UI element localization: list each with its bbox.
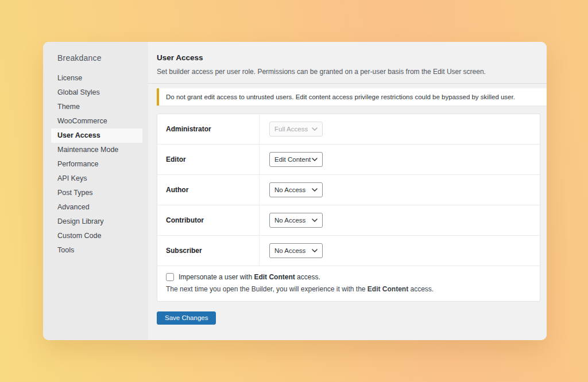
- role-label-author: Author: [157, 175, 260, 205]
- impersonate-label: Impersonate a user with Edit Content acc…: [179, 273, 320, 281]
- sidebar-item-api-keys[interactable]: API Keys: [51, 171, 142, 186]
- settings-card: Breakdance License Global Styles Theme W…: [43, 42, 547, 340]
- role-control: Edit Content: [260, 145, 323, 174]
- impersonate-hint-bold: Edit Content: [368, 285, 408, 293]
- contributor-access-select[interactable]: No Access: [269, 213, 323, 228]
- sidebar-item-woocommerce[interactable]: WooCommerce: [51, 114, 142, 128]
- author-access-select[interactable]: No Access: [269, 182, 323, 197]
- sidebar-item-global-styles[interactable]: Global Styles: [51, 85, 142, 100]
- chevron-down-icon: [312, 158, 318, 161]
- page-description: Set builder access per user role. Permis…: [157, 68, 538, 76]
- role-control: Full Access: [260, 114, 323, 144]
- sidebar-item-custom-code[interactable]: Custom Code: [51, 229, 142, 243]
- chevron-down-icon: [312, 219, 318, 222]
- chevron-down-icon: [312, 127, 318, 131]
- role-label-editor: Editor: [157, 145, 260, 174]
- impersonate-label-row: Impersonate a user with Edit Content acc…: [166, 273, 531, 281]
- role-label-administrator: Administrator: [157, 114, 260, 144]
- role-label-contributor: Contributor: [157, 205, 260, 235]
- select-value: No Access: [274, 247, 305, 254]
- select-value: Full Access: [274, 126, 308, 132]
- impersonate-label-suffix: access.: [295, 273, 320, 281]
- sidebar-item-theme[interactable]: Theme: [51, 100, 142, 114]
- save-button[interactable]: Save Changes: [157, 311, 216, 325]
- table-row: Subscriber No Access: [157, 236, 540, 266]
- chevron-down-icon: [312, 188, 318, 192]
- administrator-access-select: Full Access: [269, 122, 323, 137]
- sidebar-item-license[interactable]: License: [51, 71, 142, 85]
- editor-access-select[interactable]: Edit Content: [269, 152, 323, 167]
- sidebar-item-tools[interactable]: Tools: [51, 243, 142, 258]
- table-row: Author No Access: [157, 175, 540, 205]
- table-row: Editor Edit Content: [157, 145, 540, 175]
- brand-title: Breakdance: [43, 53, 148, 63]
- sidebar-nav: License Global Styles Theme WooCommerce …: [43, 71, 148, 258]
- role-control: No Access: [260, 236, 323, 266]
- main-panel: User Access Set builder access per user …: [148, 42, 547, 340]
- sidebar-item-maintenance-mode[interactable]: Maintenance Mode: [51, 143, 142, 157]
- role-control: No Access: [260, 205, 323, 235]
- sidebar: Breakdance License Global Styles Theme W…: [43, 42, 148, 340]
- table-row: Contributor No Access: [157, 205, 540, 236]
- sidebar-item-performance[interactable]: Performance: [51, 157, 142, 171]
- user-access-table: Administrator Full Access Editor Edit Co…: [157, 114, 540, 302]
- sidebar-item-user-access[interactable]: User Access: [51, 128, 142, 143]
- role-control: No Access: [260, 175, 323, 205]
- impersonate-hint-prefix: The next time you open the Builder, you …: [166, 285, 368, 293]
- impersonate-hint-suffix: access.: [408, 285, 434, 293]
- warning-notice-text: Do not grant edit access to untrusted us…: [166, 93, 515, 100]
- select-value: No Access: [274, 186, 305, 193]
- impersonate-hint: The next time you open the Builder, you …: [166, 285, 531, 293]
- select-value: No Access: [274, 217, 305, 224]
- role-label-subscriber: Subscriber: [157, 236, 260, 266]
- warning-notice: Do not grant edit access to untrusted us…: [157, 88, 547, 106]
- sidebar-item-post-types[interactable]: Post Types: [51, 186, 142, 200]
- subscriber-access-select[interactable]: No Access: [269, 243, 323, 258]
- impersonate-section: Impersonate a user with Edit Content acc…: [157, 266, 540, 301]
- impersonate-checkbox[interactable]: [166, 273, 174, 281]
- sidebar-item-design-library[interactable]: Design Library: [51, 215, 142, 229]
- select-value: Edit Content: [274, 156, 311, 163]
- impersonate-label-bold: Edit Content: [254, 273, 295, 281]
- sidebar-item-advanced[interactable]: Advanced: [51, 200, 142, 215]
- page-title: User Access: [157, 53, 538, 62]
- table-row: Administrator Full Access: [157, 114, 540, 145]
- chevron-down-icon: [312, 249, 318, 252]
- page-header: User Access Set builder access per user …: [148, 42, 547, 84]
- impersonate-label-prefix: Impersonate a user with: [179, 273, 254, 281]
